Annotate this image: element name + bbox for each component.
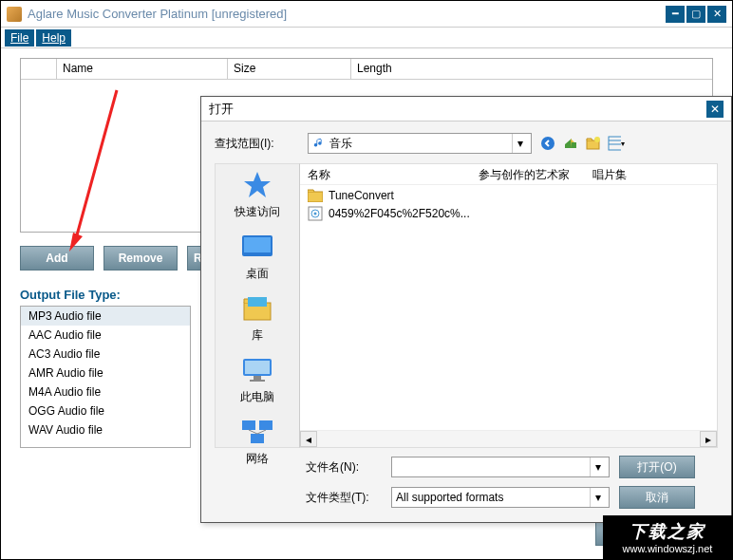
svg-rect-17 [259,420,273,430]
dialog-main: 快速访问 桌面 库 此电脑 网络 [215,163,718,448]
up-icon[interactable] [562,135,579,152]
place-quick-access[interactable]: 快速访问 [235,170,280,220]
dropdown-icon: ▾ [590,488,605,507]
svg-rect-9 [244,237,271,252]
libraries-icon [240,293,274,324]
file-type-item[interactable]: OGG Audio file [21,401,190,420]
column-name[interactable]: Name [57,59,228,79]
minimize-button[interactable]: ━ [666,6,685,23]
scroll-left-icon[interactable]: ◂ [300,431,317,447]
file-type-item[interactable]: AC3 Audio file [21,345,190,364]
column-length[interactable]: Length [351,59,712,79]
lookin-combo[interactable]: 音乐 ▾ [308,133,532,154]
lookin-label: 查找范围(I): [215,136,300,152]
svg-rect-16 [242,420,255,430]
dialog-body: 查找范围(I): 音乐 ▾ ▾ 快速访问 [201,121,731,526]
titlebar: Aglare Music Converter Platinum [unregis… [1,1,732,28]
dialog-title: 打开 [209,101,706,118]
scroll-right-icon[interactable]: ▸ [700,431,717,447]
output-file-type-list[interactable]: MP3 Audio file AAC Audio file AC3 Audio … [20,306,191,448]
svg-rect-5 [609,137,621,150]
svg-point-4 [594,137,600,142]
filename-label: 文件名(N): [306,459,382,476]
file-list[interactable]: TuneConvert 0459%2F045c%2F520c%... [300,185,717,430]
svg-point-2 [541,137,554,150]
horizontal-scrollbar[interactable]: ◂ ▸ [300,430,717,447]
svg-line-20 [257,430,266,434]
nav-icons: ▾ [539,135,625,152]
column-album[interactable]: 唱片集 [585,164,717,184]
column-checkbox[interactable] [21,59,57,79]
audio-file-icon [308,206,323,221]
file-type-item[interactable]: AAC Audio file [21,326,190,345]
cancel-button[interactable]: 取消 [619,486,695,509]
app-icon [7,7,22,22]
close-button[interactable]: ✕ [707,6,726,23]
network-icon [240,417,274,447]
dialog-bottom: 文件名(N): ▾ 打开(O) 文件类型(T): All supported f… [215,456,718,509]
place-desktop[interactable]: 桌面 [240,232,274,282]
window-controls: ━ ▢ ✕ [666,6,726,23]
views-icon[interactable]: ▾ [608,135,625,152]
list-item[interactable]: TuneConvert [300,187,717,204]
filename-row: 文件名(N): ▾ 打开(O) [215,456,718,478]
watermark-text-1: 下载之家 [630,520,705,543]
dropdown-icon: ▾ [590,457,605,476]
menu-help[interactable]: Help [36,29,71,47]
column-artist[interactable]: 参与创作的艺术家 [471,164,585,184]
lookin-row: 查找范围(I): 音乐 ▾ ▾ [215,133,718,154]
svg-rect-11 [248,297,267,307]
dropdown-icon: ▾ [512,134,527,153]
svg-point-24 [314,213,317,215]
scroll-track[interactable] [317,431,700,447]
filetype-row: 文件类型(T): All supported formats ▾ 取消 [215,486,718,509]
file-type-item[interactable]: WAV Audio file [21,420,190,439]
file-type-item[interactable]: AMR Audio file [21,364,190,383]
svg-rect-18 [251,434,264,443]
svg-line-19 [249,430,257,434]
quick-access-icon [240,170,274,200]
column-filename[interactable]: 名称 [300,164,471,184]
place-network[interactable]: 网络 [240,417,274,467]
desktop-icon [240,232,274,262]
svg-rect-21 [308,192,323,202]
menubar: File Help [1,28,732,48]
file-type-item[interactable]: MP3 Audio file [21,307,190,326]
remove-button[interactable]: Remove [103,246,178,271]
file-list-header: 名称 参与创作的艺术家 唱片集 [300,164,717,185]
dialog-close-button[interactable]: ✕ [706,101,724,118]
watermark-text-2: www.windowszj.net [623,543,713,554]
file-area: 名称 参与创作的艺术家 唱片集 TuneConvert 0459%2F045c%… [300,163,718,448]
place-this-pc[interactable]: 此电脑 [240,355,274,405]
new-folder-icon[interactable] [585,135,602,152]
list-item[interactable]: 0459%2F045c%2F520c%... [300,204,717,223]
back-icon[interactable] [539,135,556,152]
window-title: Aglare Music Converter Platinum [unregis… [28,7,666,21]
watermark: 下载之家 www.windowszj.net [603,515,732,559]
filetype-combo[interactable]: All supported formats ▾ [391,487,610,508]
open-dialog: 打开 ✕ 查找范围(I): 音乐 ▾ ▾ 快速访问 [200,96,732,523]
add-button[interactable]: Add [20,246,94,271]
column-size[interactable]: Size [228,59,351,79]
filename-input[interactable]: ▾ [391,457,610,477]
menu-file[interactable]: File [5,29,34,47]
folder-icon [308,189,323,202]
place-libraries[interactable]: 库 [240,293,274,344]
filetype-label: 文件类型(T): [306,490,382,506]
dialog-titlebar: 打开 ✕ [201,97,731,121]
this-pc-icon [240,355,274,385]
maximize-button[interactable]: ▢ [686,6,705,23]
places-bar: 快速访问 桌面 库 此电脑 网络 [215,163,300,448]
file-table-header: Name Size Length [21,59,712,80]
svg-rect-13 [245,361,270,374]
svg-rect-15 [250,380,265,382]
music-icon [312,137,326,150]
lookin-value: 音乐 [329,136,352,152]
svg-rect-14 [254,376,261,380]
open-button[interactable]: 打开(O) [619,456,695,478]
file-type-item[interactable]: M4A Audio file [21,383,190,401]
